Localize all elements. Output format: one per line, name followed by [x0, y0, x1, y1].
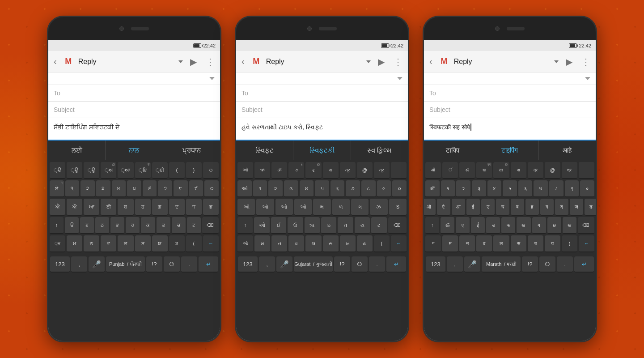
dropdown-arrow-icon[interactable] — [366, 60, 371, 63]
key[interactable]: ભ — [313, 199, 330, 216]
key[interactable]: ण — [425, 235, 441, 252]
key[interactable]: ੍ਇਰ — [135, 162, 151, 179]
key[interactable]: @ — [357, 162, 373, 179]
key[interactable]: न — [459, 235, 475, 252]
key[interactable]: ४ — [487, 180, 502, 197]
body-text[interactable]: હવે સરળતાથી ટાઇપ કરો, સ્વિફ્ટ — [236, 118, 408, 141]
key[interactable]: ਚ — [172, 217, 186, 234]
key[interactable]: ग — [532, 217, 546, 234]
key[interactable]: ← — [579, 235, 594, 252]
key[interactable]: ઑ — [237, 162, 253, 179]
key[interactable]: ( — [169, 162, 185, 179]
key[interactable]: ૭ — [346, 180, 360, 197]
key[interactable]: ई — [471, 217, 485, 234]
key[interactable]: ૬ — [330, 180, 345, 197]
numbers-key[interactable]: 123 — [426, 256, 445, 273]
shift-key[interactable]: ↑ — [425, 217, 439, 234]
key[interactable]: ੍ਈ — [152, 162, 168, 179]
emoji-key[interactable]: ☺ — [164, 256, 180, 273]
enter-key[interactable]: ↵ — [574, 256, 594, 273]
key[interactable]: ન — [271, 235, 287, 252]
key[interactable]: खट्र — [476, 162, 492, 179]
key[interactable]: ਤ — [157, 217, 170, 234]
key[interactable]: ਲ — [118, 235, 133, 252]
key[interactable]: ੦ — [203, 162, 219, 179]
key[interactable]: ऑ — [425, 162, 441, 179]
key[interactable]: ੭ — [158, 180, 172, 197]
key[interactable]: વ — [288, 235, 304, 252]
key[interactable]: ( — [186, 235, 202, 252]
key[interactable]: ( — [562, 235, 577, 252]
body-text[interactable]: ਸੱਭੀ ਟਾਇਪਿੰਗ ਸਵਿਰਟਕੀ ਦੇ — [48, 118, 220, 141]
language-switch-key[interactable]: Punjabi / ਪੰਜਾਬੀ — [106, 256, 145, 273]
comma-key[interactable]: , — [447, 256, 463, 273]
key[interactable]: ઇ — [321, 217, 336, 234]
microphone-icon[interactable]: 🎤 — [89, 256, 105, 273]
key[interactable]: क्ष — [511, 162, 526, 179]
period-key[interactable]: . — [557, 256, 573, 273]
key[interactable]: औ — [423, 199, 436, 216]
back-button[interactable]: ‹ — [428, 55, 434, 68]
key[interactable]: ਬ — [118, 199, 133, 216]
key[interactable]: ਜ — [186, 199, 202, 216]
key[interactable]: ટ — [371, 217, 386, 234]
more-options-button[interactable]: ⋮ — [204, 55, 216, 69]
key[interactable]: @ — [545, 162, 560, 179]
symbols-key[interactable]: !? — [334, 256, 350, 273]
key[interactable]: स — [511, 235, 526, 252]
key[interactable]: छ — [547, 217, 561, 234]
key[interactable]: લ — [305, 235, 321, 252]
key[interactable]: ਨ — [84, 235, 99, 252]
key[interactable]: ૪ — [300, 180, 314, 197]
key[interactable]: ઑ — [256, 199, 274, 216]
key[interactable]: ੍ੳ — [50, 162, 65, 179]
key[interactable]: ਮ — [67, 235, 82, 252]
key[interactable] — [391, 162, 407, 179]
shift-key[interactable]: ↑ — [50, 217, 64, 234]
key[interactable]: ग — [540, 199, 554, 216]
key[interactable]: ੨ — [80, 180, 95, 197]
key[interactable]: ਹ — [135, 199, 151, 216]
key[interactable]: ॐ — [459, 162, 475, 179]
key[interactable]: ੯ — [189, 180, 203, 197]
key[interactable]: સ — [323, 235, 339, 252]
key[interactable]: ਦ — [169, 199, 185, 216]
back-button[interactable]: ‹ — [240, 55, 246, 68]
key[interactable]: ਐ — [50, 199, 65, 216]
key[interactable]: ॐ — [441, 217, 454, 234]
subject-row[interactable]: Subject — [424, 102, 596, 118]
key[interactable]: य — [545, 235, 560, 252]
key[interactable]: ॅ — [442, 162, 458, 179]
key[interactable]: ૮ — [361, 180, 376, 197]
key[interactable]: ड — [585, 199, 597, 216]
enter-key[interactable]: ↵ — [386, 256, 406, 273]
key[interactable]: ઓ — [294, 199, 312, 216]
key[interactable]: ਔ — [67, 199, 82, 216]
key[interactable]: ੮ — [174, 180, 188, 197]
key[interactable]: ૐ — [271, 162, 287, 179]
autocomplete-item-3[interactable]: ਪ੍ਰਧਾਨ — [163, 141, 220, 160]
subject-row[interactable]: Subject — [48, 102, 220, 118]
key[interactable]: त्र — [528, 162, 543, 179]
key[interactable]: श्र — [562, 162, 577, 179]
key[interactable]: ५ — [503, 180, 517, 197]
key[interactable]: ख — [563, 217, 576, 234]
emoji-key[interactable]: ☺ — [539, 256, 555, 273]
key[interactable]: ਸ — [135, 235, 151, 252]
key[interactable]: ૫ — [315, 180, 329, 197]
key[interactable]: ਭ — [110, 217, 124, 234]
key[interactable]: ( — [374, 235, 390, 252]
delete-key[interactable]: ⌫ — [388, 217, 407, 234]
key[interactable]: ત્ર — [374, 162, 390, 179]
key[interactable]: ਗ — [152, 199, 168, 216]
key[interactable]: द — [555, 199, 568, 216]
language-switch-key[interactable]: Gujarati / ગુજરાતી — [294, 256, 333, 273]
key[interactable]: ੍ਆ — [118, 162, 133, 179]
key[interactable]: ય — [357, 235, 373, 252]
key[interactable]: ਵ — [101, 235, 116, 252]
key[interactable]: ૯ — [377, 180, 391, 197]
key[interactable]: २ — [456, 180, 470, 197]
key[interactable]: S — [389, 199, 407, 216]
key[interactable]: ૧ — [253, 180, 267, 197]
period-key[interactable]: . — [181, 256, 197, 273]
